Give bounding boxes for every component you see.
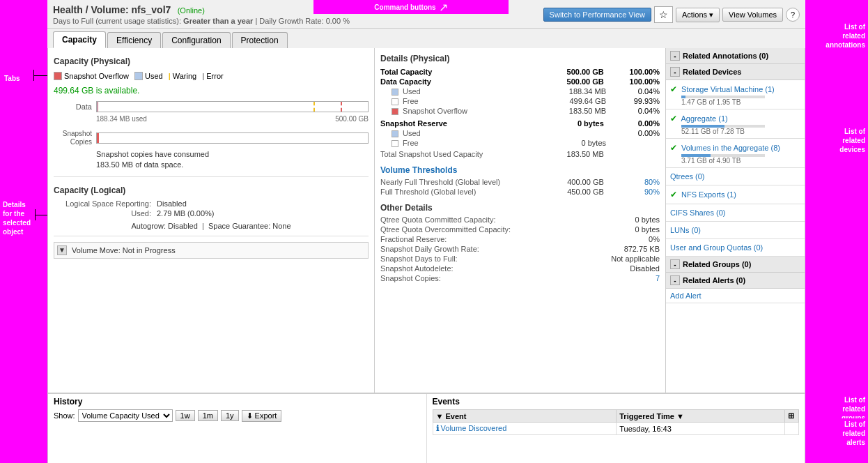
1m-btn[interactable]: 1m	[198, 410, 218, 421]
volume-thresholds-link[interactable]: Volume Thresholds	[380, 165, 457, 175]
triggered-filter-icon[interactable]: ▼	[676, 412, 684, 420]
snapshot-growth-row: Snapshot Daily Growth Rate: 872.75 KB	[380, 245, 660, 253]
snapshot-autodelete-row: Snapshot Autodelete: Disabled	[380, 264, 660, 273]
event-link[interactable]: Volume Discovered	[441, 424, 507, 432]
sr-free-row: Free 0 bytes	[380, 139, 660, 147]
fractional-row: Fractional Reserve: 0%	[380, 235, 660, 243]
days-to-full: Days to Full (current usage statistics):…	[53, 17, 350, 25]
annotations-collapse-btn[interactable]: -	[670, 51, 680, 61]
details-annotation: Detailsfor theselectedobject	[1, 199, 32, 238]
nfs-link[interactable]: NFS Exports (1)	[681, 190, 736, 199]
table-row: ℹ Volume Discovered Tuesday, 16:43	[433, 423, 799, 435]
groups-collapse-btn[interactable]: -	[670, 259, 680, 269]
command-buttons-annotation: Command buttons	[374, 3, 435, 11]
volume-move-label: Volume Move: Not in Progress	[72, 245, 176, 254]
tab-efficiency[interactable]: Efficiency	[107, 32, 161, 48]
svm-link[interactable]: Storage Virtual Machine (1)	[681, 85, 775, 93]
collapse-btn[interactable]: ▼	[57, 245, 67, 255]
nfs-item: ✔ NFS Exports (1)	[670, 188, 800, 201]
related-groups-title: Related Groups (0)	[683, 260, 751, 268]
logical-used-row: Used: 2.79 MB (0.00%)	[54, 209, 369, 218]
show-select[interactable]: Volume Capacity Used	[78, 409, 173, 422]
luns-item: LUNs (0)	[670, 225, 800, 236]
volumes-aggregate-section: ✔ Volumes in the Aggregate (8) 3.71 GB o…	[666, 139, 805, 168]
data-free-row: Free 499.64 GB 99.93%	[380, 97, 660, 105]
qtrees-link[interactable]: Qtrees (0)	[670, 172, 705, 181]
user-group-section: User and Group Quotas (0)	[666, 239, 805, 257]
view-volumes-btn[interactable]: View Volumes	[722, 8, 783, 22]
switch-to-performance-btn[interactable]: Switch to Performance View	[543, 8, 651, 22]
aggregate-section: ✔ Aggregate (1) 52.11 GB of 7.28 TB	[666, 109, 805, 139]
triggered-cell: Tuesday, 16:43	[617, 423, 785, 435]
triggered-col-header: Triggered Time ▼	[617, 410, 785, 423]
volume-thresholds-section: Volume Thresholds Nearly Full Threshold …	[380, 165, 660, 196]
1y-btn[interactable]: 1y	[221, 410, 239, 421]
qtree-quota-row: Qtree Quota Committed Capacity: 0 bytes	[380, 215, 660, 224]
qtrees-section: Qtrees (0)	[666, 168, 805, 185]
snapshot-days-row: Snapshot Days to Full: Not applicable	[380, 255, 660, 263]
autogrow-val: Disabled	[168, 222, 198, 230]
capacity-logical-section: Capacity (Logical) Logical Space Reporti…	[54, 183, 369, 218]
1w-btn[interactable]: 1w	[176, 410, 195, 421]
list-related-annotations-label: List ofrelatedannotations	[824, 21, 867, 51]
tab-configuration[interactable]: Configuration	[162, 32, 230, 48]
volumes-link[interactable]: Volumes in the Aggregate (8)	[681, 144, 780, 152]
tab-capacity[interactable]: Capacity	[53, 31, 106, 48]
error-label: Error	[206, 72, 223, 80]
info-icon: ℹ	[436, 424, 439, 432]
aggregate-link[interactable]: Aggregate (1)	[681, 114, 727, 123]
space-guarantee-val: None	[272, 222, 290, 230]
snapshot-bar	[96, 132, 369, 144]
snapshot-reserve-row: Snapshot Reserve 0 bytes 0.00%	[380, 119, 660, 128]
user-group-link[interactable]: User and Group Quotas (0)	[670, 243, 763, 252]
related-devices-header: - Related Devices	[666, 64, 805, 80]
sr-used-row: Used 0.00%	[380, 129, 660, 137]
snapshot-copies-row: Snapshot Copies: 7	[380, 274, 660, 282]
user-group-item: User and Group Quotas (0)	[670, 242, 800, 253]
grid-icon[interactable]: ⊞	[788, 411, 794, 420]
bar-warning-line	[313, 102, 315, 112]
related-annotations-header: - Related Annotations (0)	[666, 48, 805, 64]
right-panel: Details (Physical) Total Capacity 500.00…	[375, 48, 666, 393]
bar-error-line	[341, 102, 342, 112]
history-panel: History Show: Volume Capacity Used 1w 1m…	[48, 394, 427, 463]
empty-cell	[785, 423, 799, 435]
header-actions: Switch to Performance View ☆ Actions ▾ V…	[543, 6, 800, 23]
reporting-row: Logical Space Reporting: Disabled	[54, 199, 369, 208]
help-button[interactable]: ?	[786, 8, 800, 22]
export-btn[interactable]: ⬇ Export	[242, 410, 282, 422]
other-details-title: Other Details	[380, 203, 660, 213]
add-alert-link[interactable]: Add Alert	[670, 291, 702, 300]
related-alerts-header: - Related Alerts (0)	[666, 273, 805, 289]
add-alert-section: Add Alert	[666, 289, 805, 303]
svm-section: ✔ Storage Virtual Machine (1) 1.47 GB of…	[666, 80, 805, 109]
nearly-full-row: Nearly Full Threshold (Global level) 400…	[380, 178, 660, 186]
list-related-alerts-label: List ofrelatedalerts	[841, 418, 867, 448]
list-related-devices-label: List ofrelateddevices	[838, 126, 867, 155]
tab-protection[interactable]: Protection	[232, 32, 288, 48]
cifs-item: CIFS Shares (0)	[670, 207, 800, 218]
page-title: Health / Volume: nfs_vol7 (Online)	[53, 4, 350, 15]
full-row: Full Threshold (Global level) 450.00 GB …	[380, 188, 660, 196]
related-devices-title: Related Devices	[683, 68, 741, 76]
details-title: Details (Physical)	[380, 54, 660, 63]
luns-link[interactable]: LUNs (0)	[670, 226, 701, 234]
qtree-overcommit-row: Qtree Quota Overcommitted Capacity: 0 by…	[380, 225, 660, 234]
cifs-link[interactable]: CIFS Shares (0)	[670, 208, 725, 217]
snapshot-note: Snapshot copies have consumed 183.50 MB …	[96, 149, 369, 171]
capacity-logical-title: Capacity (Logical)	[54, 183, 369, 198]
alerts-collapse-btn[interactable]: -	[670, 275, 680, 285]
event-cell: ℹ Volume Discovered	[433, 423, 617, 435]
show-label: Show:	[54, 411, 75, 420]
aggregate-usage: 52.11 GB of 7.28 TB	[681, 128, 800, 135]
nfs-section: ✔ NFS Exports (1)	[666, 185, 805, 204]
svm-check-icon: ✔	[670, 84, 677, 94]
star-button[interactable]: ☆	[654, 6, 673, 23]
svm-usage: 1.47 GB of 1.95 TB	[681, 98, 800, 106]
devices-collapse-btn[interactable]: -	[670, 67, 680, 77]
filter-icon[interactable]: ▼	[436, 412, 444, 420]
event-col-header: ▼ Event	[433, 410, 617, 423]
volumes-check-icon: ✔	[670, 143, 677, 153]
related-alerts-title: Related Alerts (0)	[683, 276, 745, 284]
actions-button[interactable]: Actions ▾	[676, 8, 720, 22]
